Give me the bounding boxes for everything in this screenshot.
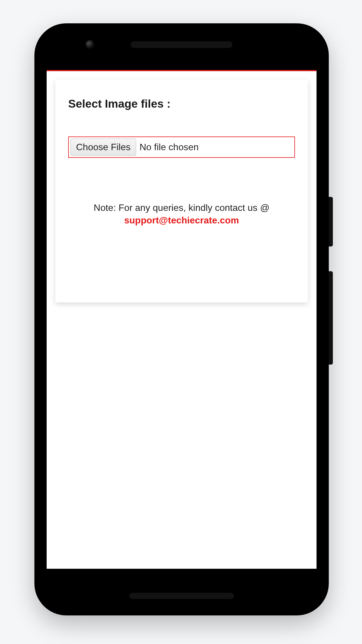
phone-top-bar — [34, 37, 329, 52]
side-button-lower — [329, 271, 333, 365]
phone-screen: Select Image files : Choose Files No fil… — [47, 70, 317, 569]
earpiece-icon — [131, 41, 233, 48]
bottom-speaker-icon — [129, 593, 234, 599]
upload-card: Select Image files : Choose Files No fil… — [55, 80, 308, 302]
note-prefix: Note: For any queries, kindly contact us… — [94, 202, 269, 213]
phone-device-frame: Select Image files : Choose Files No fil… — [34, 23, 329, 615]
page-title: Select Image files : — [68, 97, 295, 110]
note-text: Note: For any queries, kindly contact us… — [68, 202, 295, 227]
camera-icon — [85, 40, 95, 49]
side-button-upper — [329, 197, 333, 246]
choose-files-button[interactable]: Choose Files — [71, 139, 136, 156]
file-input[interactable]: Choose Files No file chosen — [68, 136, 295, 158]
support-email[interactable]: support@techiecrate.com — [124, 215, 239, 225]
file-chosen-status: No file chosen — [140, 142, 199, 153]
